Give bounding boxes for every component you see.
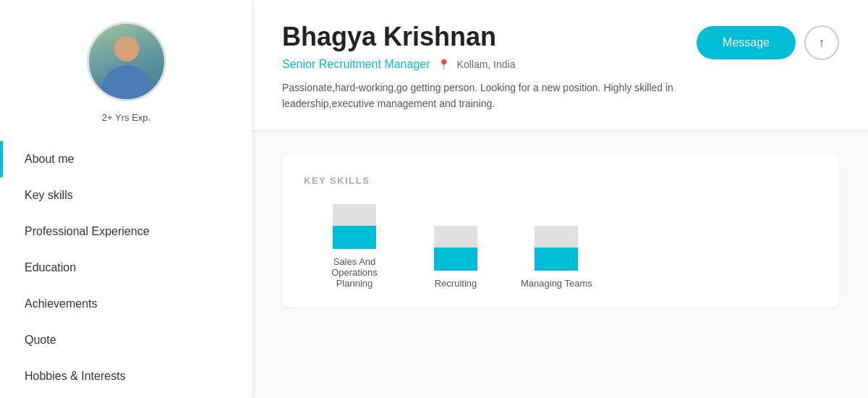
skill-group-sales: Sales And Operations Planning bbox=[318, 204, 391, 289]
sidebar-item-education[interactable]: Education bbox=[0, 250, 252, 286]
bar-gray-managing bbox=[535, 226, 578, 247]
profile-location: Kollam, India bbox=[457, 59, 516, 70]
profile-name: Bhagya Krishnan bbox=[282, 22, 697, 52]
bar-teal-sales bbox=[333, 226, 376, 249]
bar-teal-recruiting bbox=[434, 247, 477, 271]
bar-gray-sales bbox=[333, 204, 376, 226]
share-button[interactable]: ↑ bbox=[804, 25, 839, 60]
sidebar-nav: About me Key skills Professional Experie… bbox=[0, 141, 252, 398]
sidebar-item-quote[interactable]: Quote bbox=[0, 322, 252, 358]
skill-label-managing: Managing Teams bbox=[521, 278, 592, 289]
sidebar-item-languages[interactable]: Languages bbox=[0, 394, 252, 398]
share-icon: ↑ bbox=[819, 35, 825, 51]
skill-group-recruiting: Recruiting bbox=[434, 226, 477, 289]
page-wrapper: 2+ Yrs Exp. About me Key skills Professi… bbox=[0, 0, 868, 398]
bar-container-managing bbox=[535, 226, 578, 271]
avatar-container: 2+ Yrs Exp. bbox=[87, 22, 166, 123]
skill-label-recruiting: Recruiting bbox=[435, 278, 477, 289]
location-icon: 📍 bbox=[438, 59, 450, 70]
profile-info: Bhagya Krishnan Senior Recruitment Manag… bbox=[282, 22, 697, 112]
skills-title: KEY SKILLS bbox=[304, 175, 817, 186]
avatar bbox=[87, 22, 166, 101]
bar-teal-managing bbox=[535, 247, 578, 271]
exp-label: 2+ Yrs Exp. bbox=[102, 112, 150, 123]
sidebar-item-achievements[interactable]: Achievements bbox=[0, 286, 252, 322]
profile-bio: Passionate,hard-working,go getting perso… bbox=[282, 80, 697, 112]
profile-header: Bhagya Krishnan Senior Recruitment Manag… bbox=[253, 0, 868, 131]
sidebar-item-professional-experience[interactable]: Professional Experience bbox=[0, 213, 252, 250]
sidebar: 2+ Yrs Exp. About me Key skills Professi… bbox=[0, 0, 253, 398]
sidebar-item-hobbies[interactable]: Hobbies & Interests bbox=[0, 358, 252, 394]
skills-chart-row: Sales And Operations Planning Recruiting bbox=[304, 204, 817, 289]
profile-title: Senior Recruitment Manager bbox=[282, 58, 430, 71]
bar-container-sales bbox=[333, 204, 376, 249]
skill-label-sales: Sales And Operations Planning bbox=[318, 256, 391, 289]
profile-title-row: Senior Recruitment Manager 📍 Kollam, Ind… bbox=[282, 58, 697, 71]
avatar-image bbox=[89, 22, 164, 101]
sidebar-item-about-me[interactable]: About me bbox=[0, 141, 252, 177]
skills-card: KEY SKILLS Sales And Operations Planning bbox=[282, 153, 839, 307]
profile-actions: Message ↑ bbox=[697, 25, 839, 60]
bar-gray-recruiting bbox=[434, 226, 477, 247]
main-content: Bhagya Krishnan Senior Recruitment Manag… bbox=[253, 0, 868, 398]
skill-group-managing: Managing Teams bbox=[521, 226, 592, 289]
sidebar-item-key-skills[interactable]: Key skills bbox=[0, 177, 252, 213]
message-button[interactable]: Message bbox=[697, 26, 796, 59]
bar-container-recruiting bbox=[434, 226, 477, 271]
skills-section: KEY SKILLS Sales And Operations Planning bbox=[253, 131, 868, 398]
